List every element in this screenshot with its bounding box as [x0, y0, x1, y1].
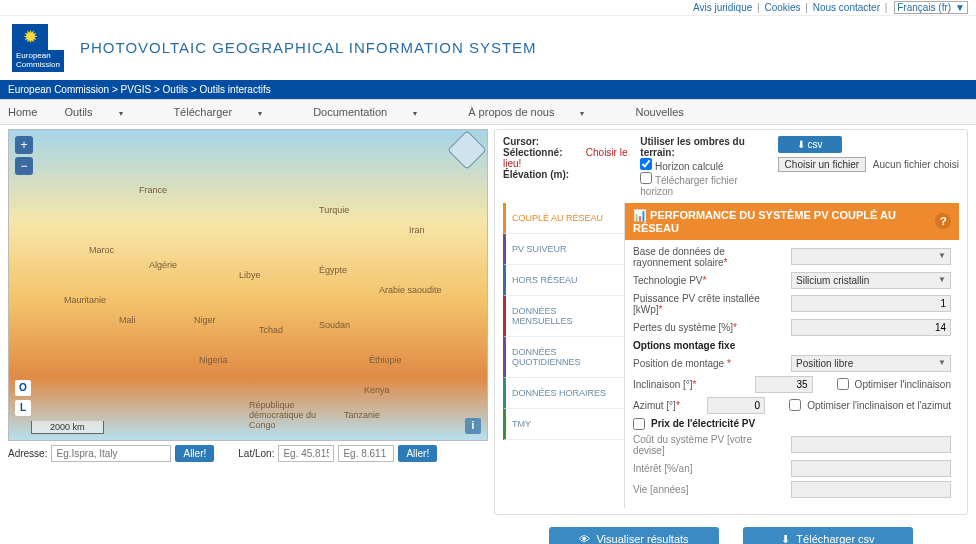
- tab-grid[interactable]: COUPLÉ AU RÉSEAU: [503, 203, 624, 234]
- map-label: Turquie: [319, 205, 349, 215]
- map-label: Iran: [409, 225, 425, 235]
- elevation-label: Élévation (m):: [503, 169, 583, 180]
- map-view[interactable]: + − O L i 2000 km Algérie Libye Égypte M…: [8, 129, 488, 441]
- contact-link[interactable]: Nous contacter: [813, 2, 880, 13]
- opt-both-checkbox[interactable]: [789, 399, 801, 411]
- no-file-label: Aucun fichier choisi: [873, 159, 959, 170]
- loss-input[interactable]: [791, 319, 951, 336]
- nav-telecharger[interactable]: Télécharger▾: [173, 106, 286, 118]
- shadows-label: Utiliser les ombres du terrain:: [640, 136, 769, 158]
- address-label: Adresse:: [8, 448, 47, 459]
- view-results-button[interactable]: 👁Visualiser résultats: [549, 527, 719, 544]
- download-csv-button[interactable]: ⬇Télécharger csv: [743, 527, 913, 544]
- interest-input[interactable]: [791, 460, 951, 477]
- map-info-button[interactable]: i: [465, 418, 481, 434]
- nav-nouvelles[interactable]: Nouvelles: [636, 106, 684, 118]
- map-label: France: [139, 185, 167, 195]
- opt-slope-checkbox[interactable]: [837, 378, 849, 390]
- language-selector[interactable]: Français (fr)▼: [894, 1, 968, 14]
- price-label: Prix de l'électricité PV: [651, 418, 951, 429]
- tab-tracking[interactable]: PV SUIVEUR: [503, 234, 624, 265]
- download-horizon-checkbox[interactable]: [640, 172, 652, 184]
- life-label: Vie [années]: [633, 484, 785, 495]
- bc-pvgis[interactable]: PVGIS: [121, 84, 152, 95]
- latlon-label: Lat/Lon:: [238, 448, 274, 459]
- mount-opts-label: Options montage fixe: [633, 340, 951, 351]
- legal-link[interactable]: Avis juridique: [693, 2, 752, 13]
- bc-current: Outils interactifs: [200, 84, 271, 95]
- eu-stars-icon: ✹: [23, 26, 38, 48]
- db-label: Base de données de rayonnement solaire*: [633, 246, 785, 268]
- panel-header: 📊 PERFORMANCE DU SYSTÈME PV COUPLÉ AU RÉ…: [625, 203, 959, 240]
- map-label: Égypte: [319, 265, 347, 275]
- map-label: Tanzanie: [344, 410, 380, 420]
- tech-label: Technologie PV*: [633, 275, 785, 286]
- cookies-link[interactable]: Cookies: [764, 2, 800, 13]
- nav-home[interactable]: Home: [8, 106, 37, 118]
- download-icon: ⬇: [781, 533, 790, 544]
- map-label: Nigeria: [199, 355, 228, 365]
- page-title: PHOTOVOLTAIC GEOGRAPHICAL INFORMATION SY…: [80, 39, 537, 56]
- map-label: Mali: [119, 315, 136, 325]
- eye-icon: 👁: [579, 533, 590, 544]
- nav-outils[interactable]: Outils▾: [64, 106, 146, 118]
- horizon-calc-checkbox[interactable]: [640, 158, 652, 170]
- address-input[interactable]: [51, 445, 171, 462]
- map-label: Éthiopie: [369, 355, 402, 365]
- bc-ec[interactable]: European Commission: [8, 84, 109, 95]
- nav-apropos[interactable]: À propos de nous▾: [468, 106, 608, 118]
- selected-label: Sélectionné:: [503, 147, 583, 158]
- slope-input[interactable]: [755, 376, 813, 393]
- layers-icon[interactable]: [447, 130, 487, 170]
- slope-label: Inclinaison [°]*: [633, 379, 749, 390]
- zoom-in-button[interactable]: +: [15, 136, 33, 154]
- csv-button[interactable]: ⬇ csv: [778, 136, 842, 153]
- tab-offgrid[interactable]: HORS RÉSEAU: [503, 265, 624, 296]
- map-label: Soudan: [319, 320, 350, 330]
- map-label: République démocratique du Congo: [249, 400, 319, 430]
- azimuth-input[interactable]: [707, 397, 765, 414]
- price-checkbox[interactable]: [633, 418, 645, 430]
- tab-tmy[interactable]: TMY: [503, 409, 624, 440]
- peak-label: Puissance PV crête installée [kWp]*: [633, 293, 785, 315]
- zoom-out-button[interactable]: −: [15, 157, 33, 175]
- map-label: Algérie: [149, 260, 177, 270]
- cost-input[interactable]: [791, 436, 951, 453]
- breadcrumb: European Commission > PVGIS > Outils > O…: [0, 80, 976, 99]
- choose-file-button[interactable]: Choisir un fichier: [778, 157, 866, 172]
- map-l-button[interactable]: L: [15, 400, 31, 416]
- ec-logo: ✹ EuropeanCommission: [12, 24, 80, 72]
- map-label: Kenya: [364, 385, 390, 395]
- life-input[interactable]: [791, 481, 951, 498]
- map-label: Libye: [239, 270, 261, 280]
- loss-label: Pertes du système [%]*: [633, 322, 785, 333]
- latlon-go-button[interactable]: Aller!: [398, 445, 437, 462]
- azimuth-label: Azimut [°]*: [633, 400, 701, 411]
- address-go-button[interactable]: Aller!: [175, 445, 214, 462]
- site-header: ✹ EuropeanCommission PHOTOVOLTAIC GEOGRA…: [0, 16, 976, 80]
- lon-input[interactable]: [338, 445, 394, 462]
- tab-hourly[interactable]: DONNÉES HORAIRES: [503, 378, 624, 409]
- mount-pos-select[interactable]: Position libre: [791, 355, 951, 372]
- peak-input[interactable]: [791, 295, 951, 312]
- mount-pos-label: Position de montage *: [633, 358, 785, 369]
- nav-documentation[interactable]: Documentation▾: [313, 106, 441, 118]
- tech-select[interactable]: Silicium cristallin: [791, 272, 951, 289]
- main-nav: Home Outils▾ Télécharger▾ Documentation▾…: [0, 99, 976, 125]
- tool-tabs: COUPLÉ AU RÉSEAU PV SUIVEUR HORS RÉSEAU …: [503, 203, 625, 508]
- interest-label: Intérêt [%/an]: [633, 463, 785, 474]
- lat-input[interactable]: [278, 445, 334, 462]
- map-label: Tchad: [259, 325, 283, 335]
- map-label: Mauritanie: [64, 295, 106, 305]
- tab-monthly[interactable]: DONNÉES MENSUELLES: [503, 296, 624, 337]
- cursor-label: Cursor:: [503, 136, 583, 147]
- cost-label: Coût du système PV [votre devise]: [633, 434, 785, 456]
- db-select[interactable]: [791, 248, 951, 265]
- map-o-button[interactable]: O: [15, 380, 31, 396]
- map-scale: 2000 km: [31, 421, 104, 434]
- tab-daily[interactable]: DONNÉES QUOTIDIENNES: [503, 337, 624, 378]
- bc-outils[interactable]: Outils: [163, 84, 189, 95]
- map-label: Maroc: [89, 245, 114, 255]
- top-links: Avis juridique | Cookies | Nous contacte…: [0, 0, 976, 16]
- help-icon[interactable]: ?: [935, 213, 951, 229]
